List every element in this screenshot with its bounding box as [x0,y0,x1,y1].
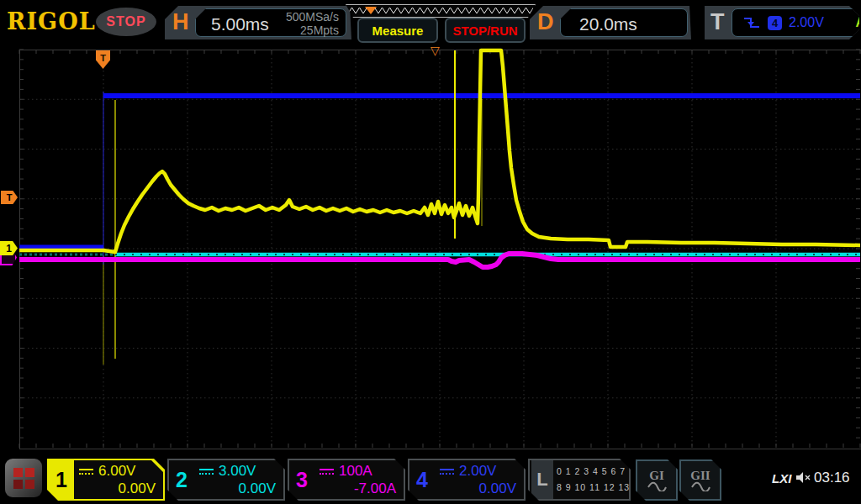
logic-row-2: 8 9 10 11 12 13 14 15 [557,480,626,496]
generator-2-button[interactable]: GII [679,459,721,501]
lxi-indicator: LXI [772,471,791,486]
channel-4-scale: 2.00V [459,463,496,480]
memory-depth: 25Mpts [286,24,339,37]
trigger-source-badge: 4 [768,16,782,30]
rigol-logo: RIGOL [7,8,96,34]
channel-2-offset: 0.00V [239,480,276,497]
menu-button[interactable] [5,459,42,497]
timebase-value: 5.00ms [211,14,269,34]
trigger-slope-icon [742,16,761,30]
sine-wave-icon [647,481,667,491]
trigger-label: T [710,9,725,35]
generator-1-label: GI [649,470,664,481]
channel-2-number: 2 [169,460,194,499]
dc-coupling-icon [440,469,454,475]
ch1-offset-marker[interactable]: 1 [0,241,18,255]
dc-coupling-icon [79,469,93,475]
graticule-grid [19,50,860,448]
channel-1-scale: 6.00V [98,463,135,480]
channel-3-offset: -7.00A [354,480,396,497]
logic-channel-numbers: 0 1 2 3 4 5 6 7 8 9 10 11 12 13 14 15 [557,464,626,496]
generator-2-label: GII [690,470,710,481]
trigger-level-value: 2.00V [789,15,824,30]
logic-channels-box[interactable]: L 0 1 2 3 4 5 6 7 8 9 10 11 12 13 14 15 [528,459,631,501]
channel-2-box[interactable]: 2 3.00V 0.00V [167,459,285,501]
run-state-badge: STOP [96,8,156,36]
oscilloscope-screen: RIGOL STOP H 5.00ms 500MSa/s 25Mpts Meas… [0,0,861,504]
speaker-muted-icon [795,470,811,485]
waveform-overview-strip[interactable] [346,4,536,18]
dc-coupling-icon [320,469,334,475]
sample-rate: 500MSa/s [286,10,339,24]
logic-row-1: 0 1 2 3 4 5 6 7 [557,464,626,480]
menu-grid-icon [13,468,34,489]
delay-panel[interactable]: D 20.0ms [530,6,691,39]
channel-4-offset: 0.00V [479,480,516,497]
acquisition-readout: 500MSa/s 25Mpts [286,10,339,37]
channel-1-number: 1 [49,460,74,499]
channel-1-offset: 0.00V [119,480,156,497]
delay-value: 20.0ms [579,14,637,34]
channel-4-number: 4 [409,460,435,499]
logic-label: L [531,460,553,499]
channel-3-box[interactable]: 3 100A -7.00A [288,459,405,501]
channel-3-number: 3 [289,460,314,499]
dc-coupling-icon [199,469,214,475]
trigger-panel[interactable]: T 4 2.00V A [705,6,859,39]
channel-1-box[interactable]: 1 6.00V 0.00V [47,459,165,501]
waveform-display [19,46,860,451]
delay-readout: 20.0ms [560,8,688,37]
channel-3-scale: 100A [339,463,372,480]
trigger-level-marker[interactable]: T [1,191,18,204]
overview-trigger-triangle-icon [365,7,377,14]
trigger-readout: 4 2.00V A [732,8,861,37]
stop-run-button[interactable]: STOP/RUN [445,18,526,43]
delay-label: D [537,9,554,35]
timebase-readout: 5.00ms 500MSa/s 25Mpts [195,8,346,37]
horizontal-panel[interactable]: H 5.00ms 500MSa/s 25Mpts [165,6,351,39]
measure-button[interactable]: Measure [357,18,438,43]
channel-2-scale: 3.00V [219,463,256,480]
trigger-position-triangle[interactable]: ▽ [430,44,440,57]
channel-4-box[interactable]: 4 2.00V 0.00V [408,459,526,501]
clock: 03:16 [814,470,850,486]
horizontal-label: H [172,9,189,35]
trigger-mode-indicator: A [855,15,861,30]
sine-wave-icon [690,481,710,491]
generator-1-button[interactable]: GI [636,459,678,501]
